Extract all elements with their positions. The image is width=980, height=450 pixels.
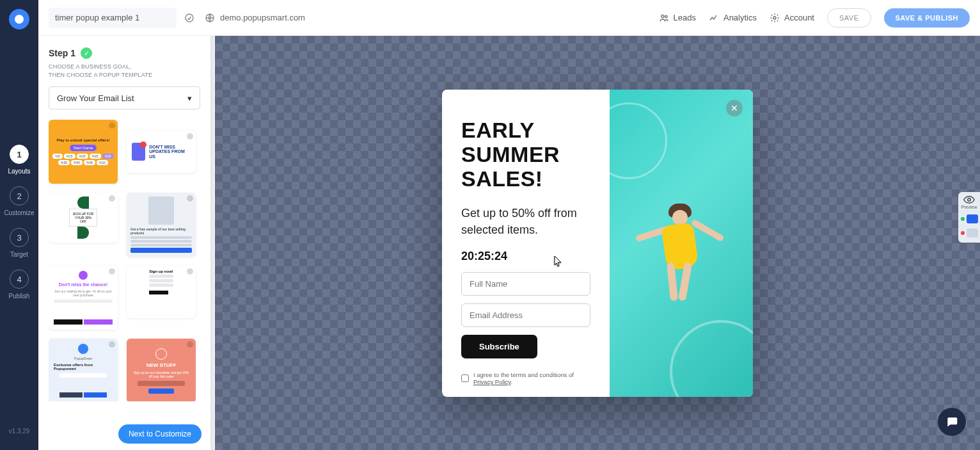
- preview-label: Preview: [961, 205, 977, 209]
- nav-label: Account: [784, 13, 814, 22]
- popup-title: EARLY SUMMER SALES!: [461, 118, 590, 191]
- nav-label: Leads: [674, 13, 696, 22]
- template-card[interactable]: Play to unlock special offers! Start Gam…: [49, 120, 118, 184]
- popup-description: Get up to 50% off from selected items.: [461, 205, 590, 238]
- canvas-preview[interactable]: EARLY SUMMER SALES! Get up to 50% off fr…: [215, 36, 980, 450]
- globe-icon: [205, 13, 215, 23]
- save-button[interactable]: SAVE: [827, 8, 871, 28]
- chevron-down-icon: ▾: [187, 93, 192, 103]
- rail-step-publish[interactable]: 4 Publish: [9, 269, 30, 300]
- rail-step-customize[interactable]: 2 Customize: [4, 186, 34, 216]
- eye-icon: [963, 196, 975, 204]
- gear-icon: [770, 13, 780, 23]
- nav-account[interactable]: Account: [770, 13, 814, 23]
- rail-step-label: Publish: [9, 293, 30, 300]
- rail-step-number: 3: [10, 228, 29, 247]
- svg-point-4: [773, 17, 776, 19]
- rail-step-label: Layouts: [8, 168, 30, 175]
- chat-icon: [945, 415, 958, 428]
- svg-point-2: [661, 15, 664, 17]
- panel-step-title: Step 1: [49, 48, 75, 58]
- popup-image: [610, 90, 753, 397]
- rail-step-target[interactable]: 3 Target: [10, 228, 29, 258]
- rail-step-number: 1: [10, 145, 29, 164]
- toggle-icon[interactable]: [180, 9, 198, 27]
- rail-step-number: 2: [10, 186, 29, 205]
- preview-device-blue[interactable]: [961, 214, 978, 223]
- app-version: v1.3.29: [9, 428, 30, 435]
- popup-subscribe-button[interactable]: Subscribe: [461, 335, 537, 358]
- popup-name-input[interactable]: [461, 272, 590, 296]
- app-logo[interactable]: [9, 9, 29, 29]
- privacy-policy-link[interactable]: Privacy Policy: [473, 378, 510, 385]
- popup-agree-row[interactable]: I agree to the terms and conditions of P…: [461, 371, 590, 385]
- left-panel: Step 1 ✓ CHOOSE A BUSINESS GOAL, THEN CH…: [38, 36, 211, 450]
- popup-timer: 20:25:24: [461, 250, 590, 263]
- template-card[interactable]: DON'T MISS UPDATES FROM US: [127, 131, 196, 173]
- template-card[interactable]: Get a free sample of our best selling pr…: [127, 193, 196, 257]
- popup-agree-text: I agree to the terms and conditions of P…: [473, 371, 590, 385]
- svg-point-5: [968, 198, 971, 202]
- rail-step-number: 4: [10, 269, 29, 289]
- template-card[interactable]: NEW STUFF Sign up for our newsletter and…: [127, 339, 196, 401]
- close-icon: ✕: [731, 103, 738, 113]
- template-card[interactable]: SIGN UP FOR YOUR 30% OFF: [49, 193, 118, 243]
- preview-toggle[interactable]: Preview: [961, 196, 977, 209]
- nav-leads[interactable]: Leads: [659, 13, 696, 23]
- template-card[interactable]: PopupSmart Exclusive offers from Popupsm…: [49, 339, 118, 401]
- template-card[interactable]: Don't miss the chance! Join our mailing …: [49, 266, 118, 330]
- step-complete-icon: ✓: [81, 47, 92, 59]
- goal-selected-value: Grow Your Email List: [57, 93, 134, 103]
- left-rail: 1 Layouts 2 Customize 3 Target 4 Publish…: [0, 0, 38, 450]
- svg-point-3: [665, 15, 667, 17]
- preview-widget: Preview: [958, 192, 980, 243]
- save-publish-button[interactable]: SAVE & PUBLISH: [884, 8, 970, 28]
- preview-device-grey[interactable]: [961, 229, 978, 237]
- chat-button[interactable]: [938, 408, 966, 436]
- people-icon: [659, 13, 669, 23]
- nav-label: Analytics: [723, 13, 757, 22]
- template-card[interactable]: Sign up now!: [127, 266, 196, 318]
- popup-agree-checkbox[interactable]: [461, 374, 469, 382]
- rail-step-layouts[interactable]: 1 Layouts: [8, 145, 30, 175]
- business-goal-select[interactable]: Grow Your Email List ▾: [49, 86, 200, 109]
- popup-close-button[interactable]: ✕: [726, 100, 743, 117]
- analytics-icon: [709, 13, 719, 23]
- templates-grid[interactable]: Play to unlock special offers! Start Gam…: [49, 120, 200, 401]
- popup-preview[interactable]: EARLY SUMMER SALES! Get up to 50% off fr…: [442, 90, 753, 397]
- popup-email-input[interactable]: [461, 303, 590, 327]
- rail-step-label: Target: [10, 251, 28, 258]
- domain-indicator[interactable]: demo.popupsmart.com: [205, 13, 305, 23]
- domain-text: demo.popupsmart.com: [220, 13, 305, 22]
- rail-step-label: Customize: [4, 209, 34, 216]
- nav-analytics[interactable]: Analytics: [709, 13, 757, 23]
- panel-subtitle: CHOOSE A BUSINESS GOAL, THEN CHOOSE A PO…: [49, 63, 200, 79]
- svg-point-0: [186, 14, 193, 22]
- next-to-customize-button[interactable]: Next to Customize: [118, 424, 202, 444]
- campaign-name-input[interactable]: [49, 8, 177, 28]
- topbar: demo.popupsmart.com Leads Analytics Acco…: [38, 0, 980, 36]
